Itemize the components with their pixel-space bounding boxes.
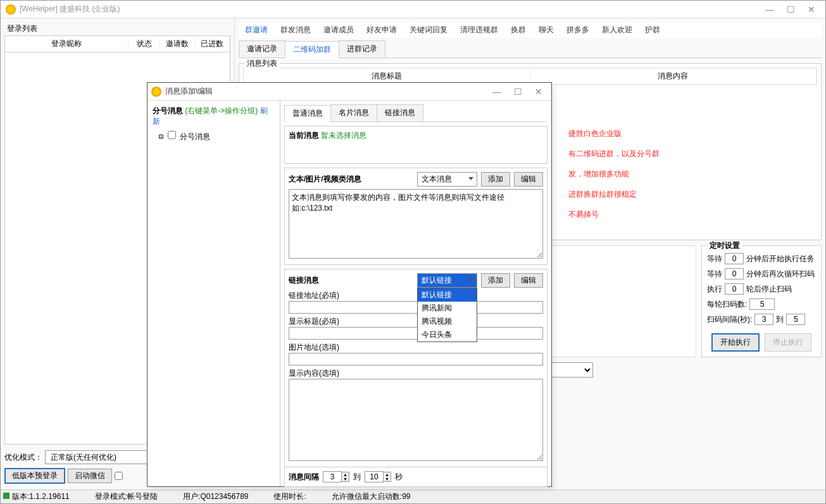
- login-list-header: 登录昵称 状态 邀请数 已进数: [4, 35, 230, 52]
- modal-minimize-button[interactable]: —: [492, 87, 501, 97]
- message-list-label: 消息列表: [244, 58, 280, 69]
- unknown-checkbox[interactable]: [115, 472, 123, 480]
- tab-friend-request[interactable]: 好友申请: [360, 22, 403, 38]
- spin-up-icon[interactable]: ▲: [384, 472, 391, 477]
- low-version-login-button[interactable]: 低版本预登录: [4, 468, 65, 484]
- modal-maximize-button[interactable]: ☐: [514, 87, 522, 97]
- tab-mass-message[interactable]: 群发消息: [274, 22, 317, 38]
- window-title: [WeHelper] 捷盛科技 (企业版): [20, 4, 120, 15]
- tab-group-invite[interactable]: 群邀请: [239, 22, 274, 38]
- col-joined: 已进数: [195, 36, 230, 52]
- text-image-textarea[interactable]: 文本消息则填写你要发的内容，图片文件等消息则填写文件途径如:c:\123.txt: [289, 189, 543, 259]
- img-addr-label: 图片地址(选填): [289, 342, 543, 353]
- close-button[interactable]: ✕: [808, 4, 815, 15]
- tab-clean-group[interactable]: 清理违规群: [454, 22, 504, 38]
- text-image-label: 文本/图片/视频类消息: [289, 174, 361, 185]
- tab-chat[interactable]: 聊天: [532, 22, 560, 38]
- modal-tab-card[interactable]: 名片消息: [330, 104, 377, 121]
- text-image-add-button[interactable]: 添加: [481, 172, 510, 187]
- spin-up-icon[interactable]: ▲: [342, 472, 349, 477]
- show-title-label: 显示标题(必填): [289, 316, 543, 327]
- col-msg-content: 消息内容: [530, 68, 817, 84]
- main-tabs: 群邀请 群发消息 邀请成员 好友申请 关键词回复 清理违规群 换群 聊天 拼多多…: [239, 22, 822, 38]
- modal-close-button[interactable]: ✕: [535, 87, 542, 97]
- scan-gap-min-input[interactable]: [754, 314, 773, 325]
- col-nick: 登录昵称: [5, 36, 128, 52]
- tab-invite-members[interactable]: 邀请成员: [317, 22, 360, 38]
- link-addr-input[interactable]: [289, 301, 543, 314]
- modal-app-icon: [151, 87, 161, 97]
- modal-title: 消息添加\编辑: [165, 86, 213, 97]
- modal-right-panel: 普通消息 名片消息 链接消息 当前消息 暂未选择消息 文本/图片/视频类消息 文…: [280, 101, 551, 486]
- current-message-section: 当前消息 暂未选择消息: [284, 126, 548, 164]
- start-exec-button[interactable]: 开始执行: [711, 333, 760, 352]
- modal-titlebar: 消息添加\编辑 — ☐ ✕: [147, 83, 551, 101]
- modal-left-panel: 分号消息 (右键菜单->操作分组) 刷新 ⊟ 分号消息: [147, 101, 280, 486]
- scans-per-round-input[interactable]: [749, 298, 775, 310]
- show-title-input[interactable]: [289, 327, 543, 340]
- login-list-label: 登录列表: [4, 22, 230, 35]
- link-add-button[interactable]: 添加: [481, 273, 510, 288]
- interval-max-input[interactable]: [365, 471, 384, 482]
- wait-loop-input[interactable]: [725, 268, 744, 280]
- text-image-edit-button[interactable]: 编辑: [514, 172, 543, 187]
- modal-tabs: 普通消息 名片消息 链接消息: [284, 104, 548, 122]
- interval-min-input[interactable]: [323, 471, 342, 482]
- tab-pdd[interactable]: 拼多多: [560, 22, 596, 38]
- sb-version: 版本:1.1.2.19611: [12, 492, 70, 501]
- scan-gap-max-input[interactable]: [786, 314, 805, 325]
- current-message-label: 当前消息: [289, 131, 319, 140]
- modal-left-head-hint: (右键菜单->操作分组): [185, 106, 258, 115]
- sb-time: 使用时长:: [273, 491, 306, 502]
- current-message-status: 暂未选择消息: [321, 131, 366, 140]
- text-image-section: 文本/图片/视频类消息 文本消息 添加 编辑 文本消息则填写你要发的内容，图片文…: [284, 168, 548, 265]
- link-addr-label: 链接地址(必填): [289, 290, 543, 301]
- tree-item-checkbox[interactable]: [168, 131, 176, 139]
- interval-row: 消息间隔 ▲▼ 到 ▲▼ 秒: [284, 467, 548, 487]
- minimize-button[interactable]: —: [765, 4, 774, 15]
- link-edit-button[interactable]: 编辑: [514, 273, 543, 288]
- spin-down-icon[interactable]: ▼: [342, 477, 349, 481]
- sub-tabs: 邀请记录 二维码加群 进群记录: [239, 40, 822, 58]
- main-titlebar: [WeHelper] 捷盛科技 (企业版) — ☐ ✕: [1, 1, 825, 18]
- subtab-invite-record[interactable]: 邀请记录: [239, 40, 285, 58]
- statusbar: 版本:1.1.2.19611 登录模式:帐号登陆 用户:Q0123456789 …: [1, 489, 825, 503]
- show-content-textarea[interactable]: [289, 379, 543, 461]
- link-option-tencent-video[interactable]: 腾讯视频: [418, 315, 477, 328]
- link-option-toutiao[interactable]: 今日头条: [418, 328, 477, 341]
- message-edit-modal: 消息添加\编辑 — ☐ ✕ 分号消息 (右键菜单->操作分组) 刷新 ⊟ 分号消…: [147, 82, 552, 487]
- tab-swap-group[interactable]: 换群: [504, 22, 532, 38]
- sb-max: 允许微信最大启动数:99: [332, 491, 411, 502]
- modal-tab-link[interactable]: 链接消息: [377, 104, 423, 121]
- start-wechat-button[interactable]: 启动微信: [68, 469, 112, 483]
- subtab-qrcode-join[interactable]: 二维码加群: [285, 41, 339, 58]
- show-content-label: 显示内容(选填): [289, 368, 543, 379]
- link-type-select[interactable]: 默认链接: [417, 273, 477, 288]
- tree-item-submessage[interactable]: ⊟ 分号消息: [151, 128, 276, 144]
- link-type-dropdown-list: 默认链接 腾讯新闻 腾讯视频 今日头条: [417, 288, 477, 342]
- app-icon: [6, 4, 16, 15]
- exec-rounds-input[interactable]: [725, 283, 744, 295]
- tab-welcome[interactable]: 新人欢迎: [596, 22, 639, 38]
- link-option-tencent-news[interactable]: 腾讯新闻: [418, 302, 477, 315]
- text-image-type-select[interactable]: 文本消息: [417, 172, 477, 187]
- link-message-section: 链接消息 默认链接 默认链接 腾讯新闻 腾讯视频 今日头条 添加 编辑: [284, 269, 548, 467]
- img-addr-input[interactable]: [289, 353, 543, 366]
- wait-before-start-input[interactable]: [725, 253, 744, 264]
- link-option-default[interactable]: 默认链接: [418, 288, 477, 302]
- interval-label: 消息间隔: [289, 472, 319, 482]
- maximize-button[interactable]: ☐: [787, 4, 795, 15]
- col-invites: 邀请数: [160, 36, 195, 52]
- timer-settings-box: 定时设置 等待 分钟后开始执行任务 等待 分钟后再次循环扫码 执行: [701, 245, 822, 357]
- subtab-join-record[interactable]: 进群记录: [339, 40, 385, 58]
- tab-keyword-reply[interactable]: 关键词回复: [403, 22, 454, 38]
- modal-tab-plain[interactable]: 普通消息: [284, 105, 331, 122]
- link-message-label: 链接消息: [289, 275, 319, 286]
- modal-left-head-bold: 分号消息: [153, 106, 183, 115]
- opt-mode-label: 优化模式：: [4, 452, 42, 463]
- status-indicator-icon: [3, 493, 9, 499]
- tab-protect[interactable]: 护群: [639, 22, 666, 38]
- col-status: 状态: [128, 36, 160, 52]
- spin-down-icon[interactable]: ▼: [384, 477, 391, 481]
- stop-exec-button[interactable]: 停止执行: [765, 333, 811, 352]
